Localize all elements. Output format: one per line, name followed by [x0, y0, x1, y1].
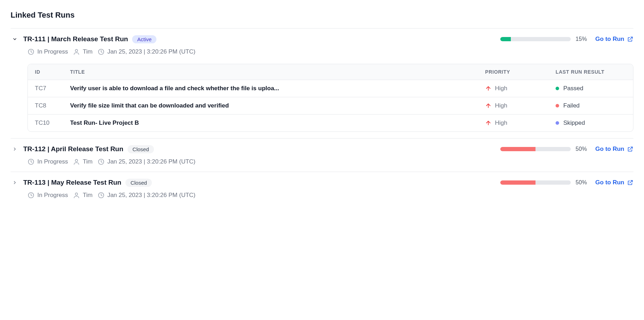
- test-case-id: TC10: [35, 119, 70, 127]
- progress-bar: [500, 147, 571, 151]
- test-run-block: TR-112 | April Release Test RunClosed50%…: [11, 138, 633, 172]
- col-header-title: TITLE: [70, 69, 485, 75]
- progress-bar: [500, 37, 571, 41]
- col-header-result: LAST RUN RESULT: [556, 69, 626, 75]
- clock-icon: [98, 48, 105, 55]
- test-run-block: TR-111 | March Release Test RunActive15%…: [11, 28, 633, 138]
- run-header: TR-113 | May Release Test RunClosed50%Go…: [11, 178, 633, 187]
- test-case-id: TC8: [35, 102, 70, 109]
- progress-percent: 15%: [576, 36, 591, 42]
- go-to-run-link[interactable]: Go to Run: [595, 146, 633, 153]
- progress: 50%: [500, 146, 591, 152]
- meta-timestamp: Jan 25, 2023 | 3:20:26 PM (UTC): [98, 48, 196, 55]
- person-icon: [73, 48, 80, 55]
- table-row[interactable]: TC8Verify file size limit that can be do…: [28, 97, 633, 114]
- progress-percent: 50%: [576, 146, 591, 152]
- test-case-title: Test Run- Live Project B: [70, 119, 485, 127]
- col-header-priority: PRIORITY: [485, 69, 556, 75]
- meta-state: In Progress: [27, 48, 68, 55]
- run-meta: In ProgressTimJan 25, 2023 | 3:20:26 PM …: [27, 158, 633, 165]
- external-link-icon: [627, 179, 633, 186]
- external-link-icon: [627, 146, 633, 152]
- meta-owner: Tim: [73, 48, 93, 55]
- svg-point-10: [75, 193, 78, 195]
- progress-bar: [500, 180, 571, 185]
- arrow-up-icon: [485, 120, 491, 126]
- test-run-block: TR-113 | May Release Test RunClosed50%Go…: [11, 172, 633, 205]
- clock-icon: [27, 192, 35, 199]
- table-row[interactable]: TC10Test Run- Live Project BHighSkipped: [28, 114, 633, 131]
- test-case-title: Verify file size limit that can be downl…: [70, 102, 485, 109]
- col-header-id: ID: [35, 69, 70, 75]
- runs-list: TR-111 | March Release Test RunActive15%…: [11, 28, 633, 205]
- status-dot-icon: [556, 104, 559, 107]
- section-title: Linked Test Runs: [11, 11, 633, 20]
- run-title[interactable]: TR-112 | April Release Test Run: [23, 145, 123, 153]
- go-to-run-link[interactable]: Go to Run: [595, 179, 633, 186]
- chevron-right-icon[interactable]: [11, 145, 19, 153]
- test-case-title: Verify user is able to download a file a…: [70, 85, 485, 92]
- status-dot-icon: [556, 87, 559, 90]
- meta-owner: Tim: [73, 192, 93, 199]
- clock-icon: [98, 192, 105, 199]
- progress: 50%: [500, 179, 591, 186]
- run-meta: In ProgressTimJan 25, 2023 | 3:20:26 PM …: [27, 192, 633, 199]
- chevron-right-icon[interactable]: [11, 178, 19, 187]
- status-badge: Active: [132, 35, 156, 43]
- status-badge: Closed: [125, 179, 152, 187]
- clock-icon: [98, 158, 105, 165]
- status-dot-icon: [556, 121, 559, 125]
- test-case-table: IDTITLEPRIORITYLAST RUN RESULTTC7Verify …: [27, 64, 633, 132]
- run-header: TR-111 | March Release Test RunActive15%…: [11, 35, 633, 43]
- run-title[interactable]: TR-113 | May Release Test Run: [23, 179, 121, 186]
- person-icon: [73, 158, 80, 165]
- test-case-priority: High: [485, 85, 556, 92]
- test-case-priority: High: [485, 102, 556, 109]
- table-header-row: IDTITLEPRIORITYLAST RUN RESULT: [28, 64, 633, 80]
- meta-state: In Progress: [27, 192, 68, 199]
- table-row[interactable]: TC7Verify user is able to download a fil…: [28, 80, 633, 97]
- test-case-id: TC7: [35, 85, 70, 92]
- run-header: TR-112 | April Release Test RunClosed50%…: [11, 145, 633, 153]
- go-to-run-link[interactable]: Go to Run: [595, 36, 633, 43]
- progress: 15%: [500, 36, 591, 42]
- arrow-up-icon: [485, 103, 491, 109]
- person-icon: [73, 192, 80, 199]
- progress-fill: [500, 147, 535, 151]
- external-link-icon: [627, 36, 633, 42]
- clock-icon: [27, 48, 35, 55]
- test-case-priority: High: [485, 119, 556, 127]
- arrow-up-icon: [485, 85, 491, 92]
- meta-timestamp: Jan 25, 2023 | 3:20:26 PM (UTC): [98, 158, 196, 165]
- svg-point-1: [75, 49, 78, 52]
- svg-point-7: [75, 159, 78, 162]
- clock-icon: [27, 158, 35, 165]
- meta-timestamp: Jan 25, 2023 | 3:20:26 PM (UTC): [98, 192, 196, 199]
- meta-state: In Progress: [27, 158, 68, 165]
- status-badge: Closed: [128, 145, 154, 153]
- run-meta: In ProgressTimJan 25, 2023 | 3:20:26 PM …: [27, 48, 633, 55]
- go-to-run-label: Go to Run: [595, 179, 624, 186]
- test-case-result: Skipped: [556, 119, 626, 127]
- run-title[interactable]: TR-111 | March Release Test Run: [23, 35, 128, 43]
- progress-fill: [500, 180, 535, 185]
- test-case-result: Passed: [556, 85, 626, 92]
- progress-fill: [500, 37, 511, 41]
- go-to-run-label: Go to Run: [595, 146, 624, 153]
- meta-owner: Tim: [73, 158, 93, 165]
- progress-percent: 50%: [576, 179, 591, 186]
- go-to-run-label: Go to Run: [595, 36, 624, 43]
- chevron-down-icon[interactable]: [11, 35, 19, 43]
- test-case-result: Failed: [556, 102, 626, 109]
